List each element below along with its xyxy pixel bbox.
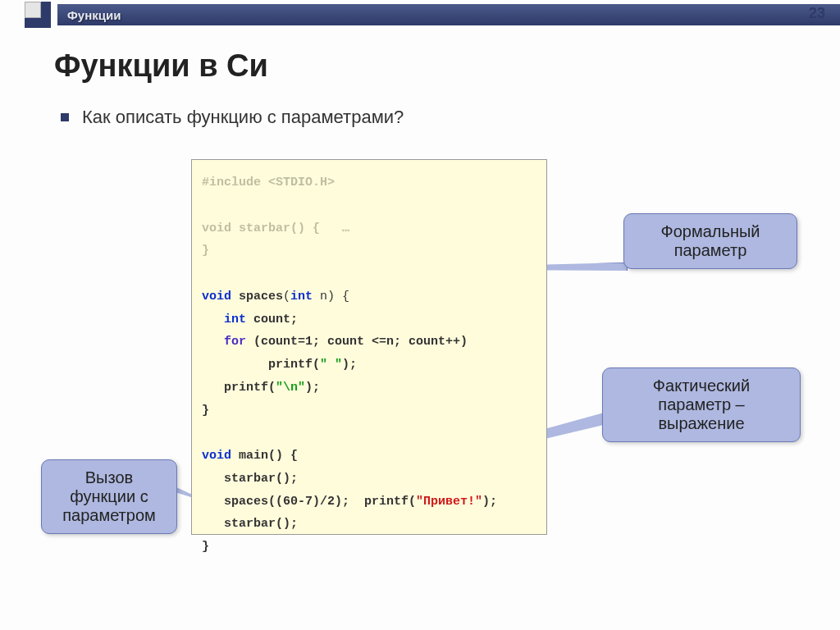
code-line: } <box>202 540 209 554</box>
callout-function-call: Вызов функции с параметром <box>41 459 177 534</box>
question-text: Как описать функцию с параметрами? <box>82 107 404 128</box>
callout-formal-param: Формальный параметр <box>623 213 797 269</box>
header-bar: Функции <box>57 4 840 25</box>
code-line: printf(" "); <box>202 354 536 377</box>
code-line: for (count=1; count <=n; count++) <box>202 331 536 354</box>
code-line: void spaces(int n) { <box>202 285 536 308</box>
code-line: #include <STDIO.H> <box>202 176 335 189</box>
callout-actual-param: Фактический параметр – выражение <box>602 368 801 442</box>
page-title: Функции в Си <box>54 48 840 84</box>
code-block: #include <STDIO.H> void starbar() { … } … <box>191 159 547 535</box>
code-line: } <box>202 404 209 418</box>
code-line: printf("\n"); <box>202 377 536 399</box>
code-line: int count; <box>202 308 536 331</box>
code-line: starbar(); <box>202 468 536 491</box>
page-number: 23 <box>809 5 825 22</box>
bullet-icon <box>61 113 69 121</box>
question-line: Как описать функцию с параметрами? <box>61 107 840 128</box>
code-line: spaces((60-7)/2); printf("Привет!"); <box>202 491 536 514</box>
header-decor-square <box>25 2 51 28</box>
breadcrumb: Функции <box>67 8 121 22</box>
code-line: starbar(); <box>202 513 536 536</box>
code-line: void starbar() { … <box>202 221 349 235</box>
code-line: void main() { <box>202 445 536 468</box>
code-line: } <box>202 244 209 258</box>
